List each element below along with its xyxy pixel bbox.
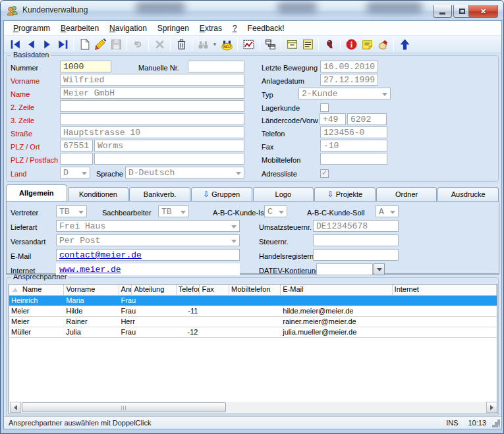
handelsregisternr-label: Handelsregisternr. [259, 250, 318, 262]
statistics-icon[interactable] [240, 36, 256, 52]
menu-item-?[interactable]: ? [227, 22, 242, 35]
search-icon[interactable] [195, 36, 211, 52]
close-button[interactable]: ✕ [468, 5, 498, 18]
strasse-field[interactable]: Hauptstrasse 10 [60, 126, 244, 138]
plz-postfach-plz-field[interactable] [60, 153, 93, 165]
tab-gruppen[interactable]: ⇩Gruppen [191, 187, 252, 201]
telefon-field[interactable]: 123456-0 [320, 126, 387, 138]
zeile2-field[interactable] [60, 100, 244, 112]
internet-link[interactable]: www.meier.de [59, 265, 121, 275]
laendercode-field[interactable]: +49 [320, 113, 346, 125]
nummer-field[interactable]: 1000 [60, 61, 111, 72]
column-header-anrede[interactable]: Anrede [119, 285, 132, 295]
tab-ordner[interactable]: Ordner [376, 187, 437, 201]
table-cell: Maria [64, 296, 119, 306]
menu-item-extras[interactable]: Extras [194, 22, 227, 35]
email-field[interactable]: contact@meier.de [56, 249, 240, 261]
cascade-windows-icon[interactable] [262, 36, 278, 52]
column-header-telefon[interactable]: Telefon [177, 285, 200, 295]
vertreter-dropdown[interactable]: TB [56, 205, 87, 217]
resize-grip[interactable] [491, 418, 500, 427]
previous-record-icon[interactable] [23, 36, 39, 52]
signature-icon[interactable] [375, 36, 391, 52]
info-icon[interactable]: i [343, 36, 359, 52]
ort-field[interactable]: Worms [94, 140, 244, 151]
column-header-abteilung[interactable]: Abteilung [132, 285, 176, 295]
sachbearbeiter-dropdown[interactable]: TB [158, 205, 189, 217]
search-new-icon[interactable]: NEU [219, 36, 235, 52]
sprache-dropdown[interactable]: D-Deutsch [125, 167, 244, 178]
next-record-icon[interactable] [39, 36, 55, 52]
horizontal-scrollbar[interactable] [10, 402, 497, 413]
tab-konditionen[interactable]: Konditionen [68, 187, 129, 201]
mobiltelefon-field[interactable] [320, 153, 387, 165]
menu-item-programm[interactable]: Programm [8, 22, 55, 35]
anlagedatum-field[interactable]: 27.12.1999 [320, 74, 378, 86]
search-icon-dropdown[interactable]: ▼ [211, 36, 219, 52]
column-header-name[interactable]: Name [9, 285, 64, 295]
minimize-button[interactable] [433, 5, 452, 18]
column-header-vorname[interactable]: Vorname [64, 285, 119, 295]
menu-item-springen[interactable]: Springen [152, 22, 194, 35]
table-row[interactable]: MeierHildeFrau-11hilde.meier@meier.de [9, 306, 497, 317]
name-field[interactable]: Meier GmbH [60, 87, 244, 99]
sticky-note-icon[interactable] [359, 36, 375, 52]
new-record-icon[interactable] [76, 36, 92, 52]
postfach-field[interactable] [94, 153, 244, 165]
manuelle-nr-field[interactable] [188, 61, 244, 72]
save-icon[interactable] [108, 36, 124, 52]
plz-field[interactable]: 67551 [60, 140, 93, 151]
scrollbar-thumb[interactable] [22, 402, 226, 412]
abc-kunde-soll-dropdown[interactable]: A [376, 205, 399, 217]
contact-person-icon[interactable] [322, 36, 337, 52]
menu-item-bearbeiten[interactable]: Bearbeiten [55, 22, 104, 35]
last-record-icon[interactable] [55, 36, 70, 52]
lagerkunde-checkbox[interactable] [320, 103, 329, 112]
tab-bankverb[interactable]: Bankverb. [129, 187, 190, 201]
fax-field[interactable]: -10 [320, 140, 387, 151]
edit-record-icon[interactable] [92, 36, 108, 52]
vorname-field[interactable]: Wilfried [60, 74, 244, 86]
first-record-icon[interactable] [7, 36, 23, 52]
versandart-dropdown[interactable]: Per Post [56, 234, 240, 246]
umsatzsteuernr-field[interactable]: DE12345678 [313, 220, 399, 232]
table-row[interactable]: HeinrichMariaFrau [9, 296, 497, 306]
column-header-email[interactable]: E-Mail [281, 285, 392, 295]
tab-projekte[interactable]: ⇩Projekte [314, 187, 376, 201]
menu-item-navigation[interactable]: Navigation [104, 22, 152, 35]
datev-field[interactable] [316, 263, 373, 275]
app-window: Kundenverwaltung ✕ ProgrammBearbeitenNav… [0, 0, 504, 434]
cancel-icon[interactable] [152, 36, 167, 52]
abc-kunde-ist-dropdown[interactable]: C [264, 205, 287, 217]
steuernr-field[interactable] [313, 234, 399, 246]
datev-dropdown-button[interactable] [374, 263, 385, 275]
tab-allgemein[interactable]: Allgemein [6, 184, 67, 201]
email-link[interactable]: contact@meier.de [59, 250, 142, 260]
down-arrow-icon: ⇩ [203, 191, 210, 198]
land-dropdown[interactable]: D [60, 167, 90, 178]
undo-icon[interactable] [130, 36, 146, 52]
scroll-left-button[interactable] [10, 402, 21, 413]
scroll-right-button[interactable] [486, 402, 497, 413]
column-header-mobiltelefon[interactable]: Mobiltelefon [229, 285, 281, 295]
zeile3-field[interactable] [60, 113, 244, 125]
column-header-fax[interactable]: Fax [200, 285, 229, 295]
internet-field[interactable]: www.meier.de [56, 263, 240, 275]
tab-logo[interactable]: Logo [253, 187, 314, 201]
lieferart-dropdown[interactable]: Frei Haus [56, 220, 240, 232]
up-arrow-icon[interactable] [397, 36, 412, 52]
table-row[interactable]: MüllerJuliaFrau-12julia.mueller@meier.de [9, 327, 497, 338]
handelsregisternr-field[interactable] [313, 249, 399, 261]
table-row[interactable]: MeierRainerHerrrainer.meier@meier.de [9, 317, 497, 327]
notes-list-icon[interactable] [300, 36, 316, 52]
letzte-bewegung-field[interactable]: 16.09.2010 [320, 61, 378, 72]
tab-ausdrucke[interactable]: Ausdrucke [437, 187, 499, 201]
adressliste-checkbox[interactable] [320, 169, 329, 178]
delete-icon[interactable] [173, 36, 189, 52]
note-window-icon[interactable] [284, 36, 300, 52]
vorwahl-field[interactable]: 6202 [347, 113, 387, 125]
title-bar[interactable]: Kundenverwaltung ✕ [1, 1, 503, 20]
menu-item-feedback[interactable]: Feedback! [242, 22, 290, 35]
typ-dropdown[interactable]: 2-Kunde [298, 88, 391, 99]
column-header-internet[interactable]: Internet [393, 285, 497, 295]
